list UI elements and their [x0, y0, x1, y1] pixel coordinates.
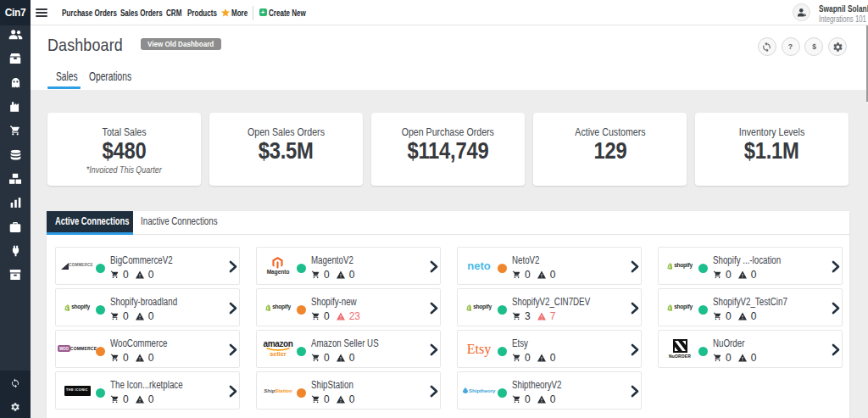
svg-text:?: ? [788, 42, 793, 51]
svg-text:$: $ [812, 42, 816, 51]
svg-text:WOO: WOO [59, 347, 70, 351]
